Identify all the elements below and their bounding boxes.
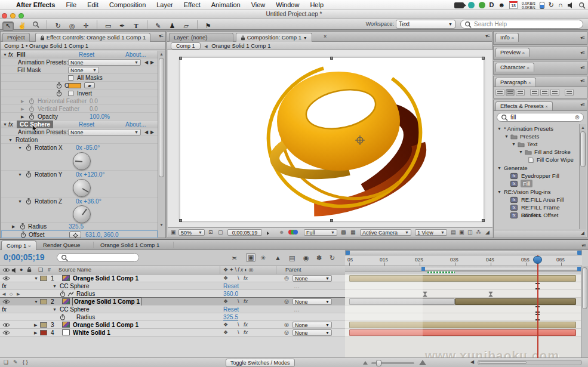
draft-3d-icon[interactable]: ✳ bbox=[260, 254, 266, 262]
graph-row-3[interactable] bbox=[345, 290, 582, 298]
show-channel-icon[interactable] bbox=[288, 230, 298, 236]
camera-dropdown[interactable]: Active Camera▼ bbox=[360, 229, 411, 236]
clone-stamp-tool[interactable]: ♟ bbox=[167, 21, 178, 31]
eye-icon[interactable] bbox=[2, 299, 10, 304]
fill-effect-header[interactable]: ▼ fx Fill Reset About... bbox=[1, 51, 158, 58]
tab-layer[interactable]: Layer: (none) bbox=[169, 33, 233, 42]
effect-row-cc-sphere-2[interactable]: fx ▼ CC Sphere Reset … bbox=[0, 306, 345, 313]
preset-next-button[interactable]: ▶ bbox=[150, 128, 154, 136]
mask-visibility-icon[interactable]: ▢ bbox=[218, 229, 223, 235]
prop-row-radius-1[interactable]: ◀ ◇ ▶ Radius 360.0 bbox=[0, 290, 345, 298]
justify-all-button[interactable] bbox=[565, 89, 574, 96]
stopwatch-icon[interactable] bbox=[29, 113, 35, 120]
fill-color-swatch[interactable] bbox=[68, 83, 81, 88]
cc-sphere-reset-link[interactable]: Reset bbox=[79, 121, 94, 128]
zoom-out-mountain-icon[interactable] bbox=[363, 361, 368, 365]
layer-bar-3[interactable] bbox=[349, 322, 576, 328]
help-search-input[interactable]: Search Help bbox=[460, 20, 583, 29]
tree-text[interactable]: ▼Text bbox=[494, 140, 580, 148]
crumb-comp1-button[interactable]: Comp 1 bbox=[171, 42, 201, 50]
tree-fill-color-wipe[interactable]: Fill Color Wipe bbox=[494, 156, 580, 164]
stopwatch-icon[interactable] bbox=[26, 144, 32, 151]
timeline-zoom-slider[interactable] bbox=[371, 362, 414, 364]
menu-layer[interactable]: Layer bbox=[151, 0, 178, 10]
show-snapshot-icon[interactable]: ☻ bbox=[279, 229, 284, 235]
stopwatch-icon[interactable] bbox=[26, 171, 32, 178]
menu-animation[interactable]: Animation bbox=[206, 0, 246, 10]
tree-refill-frame-borders[interactable]: RE:FILL Frame Borders bbox=[494, 203, 580, 211]
layer-row-4[interactable]: ▶ 4 White Solid 1 ❖ \ fx ◎ None▼ bbox=[0, 329, 345, 337]
mini-flowchart-icon[interactable]: ≍ bbox=[232, 254, 237, 262]
tab-info[interactable]: Info × bbox=[495, 33, 519, 42]
playhead-line[interactable] bbox=[537, 255, 538, 358]
brainstorm-icon[interactable]: ✽ bbox=[316, 254, 322, 262]
effect-row-cc-sphere-1[interactable]: fx ▼ CC Sphere Reset … bbox=[0, 282, 345, 290]
panel-menu-icon[interactable]: ▾≡ bbox=[580, 102, 584, 107]
tab-effects-presets[interactable]: Effects & Presets × bbox=[495, 101, 553, 110]
menu-view[interactable]: View bbox=[246, 0, 271, 10]
fx-switch[interactable]: fx bbox=[244, 275, 248, 282]
fill-anim-presets-dropdown[interactable]: None▼ bbox=[68, 59, 141, 66]
tab-character[interactable]: Character × bbox=[495, 63, 534, 72]
handle[interactable] bbox=[482, 219, 485, 222]
collapse-switch[interactable]: ❖ bbox=[223, 329, 228, 337]
rotation-group-row[interactable]: ▼ Rotation bbox=[1, 136, 158, 144]
rotation-z-value[interactable]: 0x +36.0° bbox=[76, 198, 101, 205]
parent-dropdown[interactable]: None▼ bbox=[293, 298, 332, 305]
camera-tool[interactable]: ◎ bbox=[66, 21, 78, 31]
tree-eyedropper-fill[interactable]: Eyedropper Fill bbox=[494, 172, 580, 180]
layer-bar-2-handle[interactable] bbox=[349, 298, 455, 305]
layer-bar-4[interactable] bbox=[349, 329, 576, 336]
fill-about-link[interactable]: About... bbox=[125, 51, 146, 58]
playhead-handle[interactable] bbox=[533, 256, 542, 264]
calendar-icon[interactable]: 18 bbox=[509, 1, 518, 9]
tree-refill-offset[interactable]: RE:FILL Offset bbox=[494, 211, 580, 219]
ghost-app-icon[interactable]: ☻ bbox=[498, 1, 505, 9]
network-speed[interactable]: 0.0KB/s0.0KB/s bbox=[522, 1, 535, 9]
all-masks-checkbox[interactable] bbox=[68, 75, 73, 81]
menu-composition[interactable]: Composition bbox=[104, 0, 151, 10]
panel-menu-icon[interactable]: ▾≡ bbox=[485, 33, 490, 39]
zoom-in-mountain-icon[interactable] bbox=[419, 360, 426, 365]
cc-anim-presets-dropdown[interactable]: None▼ bbox=[68, 129, 141, 135]
stopwatch-icon[interactable] bbox=[29, 106, 35, 112]
region-of-interest-icon[interactable]: ▩ bbox=[341, 229, 346, 235]
workspace-dropdown[interactable]: Text▼ bbox=[396, 20, 455, 29]
align-center-button[interactable] bbox=[506, 89, 515, 96]
label-color-chip[interactable] bbox=[40, 330, 47, 335]
graph-row-1[interactable] bbox=[345, 275, 582, 282]
keyframe-icon[interactable] bbox=[488, 291, 493, 297]
preset-prev-button[interactable]: ◀ bbox=[144, 128, 148, 136]
stopwatch-icon[interactable] bbox=[56, 90, 62, 97]
panel-menu-icon[interactable]: ▾≡ bbox=[580, 50, 584, 55]
graph-row-5[interactable] bbox=[345, 306, 582, 313]
parent-dropdown[interactable]: None▼ bbox=[293, 329, 332, 336]
handle[interactable] bbox=[179, 219, 182, 222]
handle[interactable] bbox=[330, 57, 333, 60]
tree-revision-plugins[interactable]: ▼RE:Vision Plug-ins bbox=[494, 188, 580, 196]
pen-tool[interactable]: ✒ bbox=[116, 21, 128, 31]
label-color-chip[interactable] bbox=[40, 299, 47, 304]
rectangle-tool[interactable]: ▭ bbox=[103, 21, 114, 31]
expand-layer-switches-icon[interactable]: ❏ bbox=[4, 359, 8, 365]
layer-row-2-selected[interactable]: ▼ 2 Orange Solid 1 Comp 1 ❖ \ fx ◎ None▼ bbox=[0, 298, 345, 306]
live-update-icon[interactable]: ▣ bbox=[246, 253, 255, 262]
offset-value[interactable]: 631.0, 360.0 bbox=[85, 231, 119, 239]
zoom-slider-knob[interactable] bbox=[376, 360, 381, 366]
cc-sphere-header[interactable]: ▼ fx CC Sphere Reset About... bbox=[1, 121, 158, 128]
close-tab-icon[interactable]: × bbox=[324, 33, 327, 39]
panel-menu-icon[interactable]: ▾≡ bbox=[580, 78, 584, 84]
volume-icon[interactable] bbox=[567, 1, 574, 9]
stopwatch-icon[interactable] bbox=[26, 198, 32, 205]
selection-tool[interactable]: ↖ bbox=[2, 21, 14, 31]
justify-last-left-button[interactable] bbox=[530, 89, 539, 96]
quality-switch[interactable]: \ bbox=[238, 298, 239, 306]
flowchart-icon[interactable]: ⁂ bbox=[476, 229, 481, 235]
green-status-icon[interactable] bbox=[479, 1, 485, 9]
pixel-aspect-icon[interactable]: ▣ bbox=[459, 229, 464, 235]
sync-icon[interactable]: ↻ bbox=[549, 1, 554, 9]
fx-switch[interactable]: fx bbox=[244, 321, 248, 329]
tree-fill-selected[interactable]: Fill bbox=[494, 180, 580, 187]
fx-switch[interactable]: fx bbox=[244, 329, 248, 337]
justify-last-right-button[interactable] bbox=[550, 89, 559, 96]
